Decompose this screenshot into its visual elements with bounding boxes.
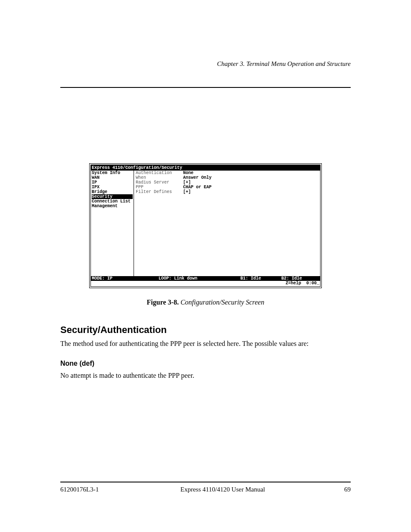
- sidebar-item-system-info[interactable]: System Info: [92, 171, 133, 175]
- header-chapter: Chapter 3. Terminal Menu Operation and S…: [60, 60, 351, 68]
- sidebar-item-wan[interactable]: WAN: [92, 175, 133, 180]
- field-value: None: [183, 171, 193, 175]
- field-label: When: [136, 175, 183, 180]
- figure-caption: Figure 3-8. Configuration/Security Scree…: [60, 299, 351, 306]
- content-pane: Authentication None When Answer Only Rad…: [134, 171, 320, 276]
- field-label: Radius Server: [136, 180, 183, 185]
- field-value: Answer Only: [183, 175, 212, 180]
- field-ppp[interactable]: PPP CHAP or EAP: [136, 185, 318, 190]
- footer-title: Express 4110/4120 User Manual: [121, 486, 325, 493]
- status-bar: MODE: IP LOOP: Link down B1: Idle B2: Id…: [91, 276, 320, 281]
- sidebar-item-connection-list[interactable]: Connection List: [92, 199, 133, 204]
- field-label: PPP: [136, 185, 183, 190]
- figure-label: Figure 3-8.: [147, 299, 181, 306]
- section-subbody: No attempt is made to authenticate the P…: [60, 371, 351, 380]
- status-b2: B2: Idle: [281, 276, 319, 281]
- field-radius-server[interactable]: Radius Server [+]: [136, 180, 318, 185]
- field-label: Authentication: [136, 171, 183, 175]
- status-b1: B1: Idle: [240, 276, 281, 281]
- section-heading: Security/Authentication: [60, 324, 351, 336]
- field-filter-defines[interactable]: Filter Defines [+]: [136, 190, 318, 194]
- status-mode: MODE: IP: [92, 276, 159, 281]
- header-rule: [60, 87, 351, 88]
- sidebar-item-management[interactable]: Management: [92, 204, 133, 208]
- window-body: System Info WAN IP IPX Bridge Security C…: [91, 171, 320, 276]
- terminal-screenshot: Express 4110/Configuration/Security Syst…: [89, 163, 322, 288]
- footer-page: 69: [325, 486, 351, 493]
- field-value: [+]: [183, 180, 191, 185]
- section-subhead: None (def): [60, 360, 351, 367]
- sidebar-item-ip[interactable]: IP: [92, 180, 133, 185]
- sidebar-item-ipx[interactable]: IPX: [92, 185, 133, 190]
- field-label: Filter Defines: [136, 190, 183, 194]
- field-value: CHAP or EAP: [183, 185, 212, 190]
- figure-title: Configuration/Security Screen: [181, 299, 264, 306]
- sidebar-item-bridge[interactable]: Bridge: [92, 190, 133, 194]
- footer-docnum: 61200176L3-1: [60, 486, 121, 493]
- status-loop: LOOP: Link down: [159, 276, 240, 281]
- field-value: [+]: [183, 190, 191, 194]
- footer-rule: [60, 482, 351, 482]
- field-when[interactable]: When Answer Only: [136, 175, 318, 180]
- field-authentication[interactable]: Authentication None: [136, 171, 318, 175]
- window-title: Express 4110/Configuration/Security: [91, 165, 320, 171]
- section-body: The method used for authenticating the P…: [60, 339, 351, 348]
- sidebar-item-security[interactable]: Security: [92, 194, 133, 199]
- help-bar: Z=help 0:00_: [91, 281, 320, 286]
- sidebar: System Info WAN IP IPX Bridge Security C…: [91, 171, 134, 276]
